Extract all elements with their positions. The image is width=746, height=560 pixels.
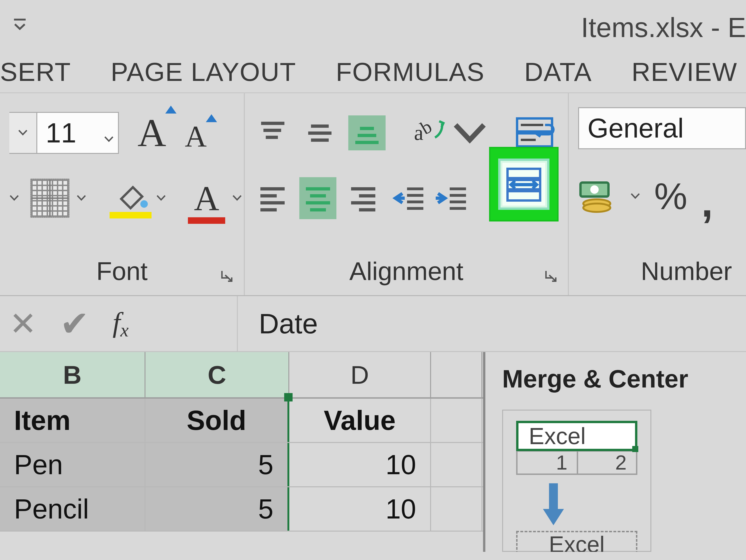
cell-b3[interactable]: Pencil — [0, 487, 145, 531]
tooltip-title: Merge & Center — [502, 364, 746, 393]
chevron-down-icon — [156, 194, 166, 202]
chevron-down-icon — [104, 117, 114, 149]
svg-rect-42 — [508, 169, 540, 178]
alignment-group: a b — [245, 93, 569, 295]
chevron-down-icon — [9, 194, 19, 202]
fx-f: f — [113, 307, 120, 338]
tooltip-illustration: Excel 1 2 Excel — [502, 410, 651, 552]
cell-c3[interactable]: 5 — [145, 487, 289, 531]
customize-qat-dropdown[interactable] — [12, 16, 28, 31]
font-group: 11 A A — [0, 93, 245, 295]
chevron-down-icon — [77, 194, 86, 202]
insert-function-button[interactable]: fx — [113, 306, 129, 341]
column-headers: B C D — [0, 352, 483, 399]
svg-point-1 — [140, 200, 148, 208]
ribbon-tabs: SERT PAGE LAYOUT FORMULAS DATA REVIEW V — [0, 51, 746, 93]
group-label-font: Font — [96, 256, 148, 286]
font-name-dropdown[interactable] — [9, 112, 37, 154]
increase-font-size-button[interactable]: A — [138, 110, 166, 156]
window-title: Items.xlsx - E — [581, 12, 746, 44]
increase-indent-button[interactable] — [433, 177, 469, 219]
cell-b2[interactable]: Pen — [0, 443, 145, 486]
chevron-down-icon — [232, 194, 242, 202]
lower-area: B C D Item Sold Value Pen 5 10 Pencil 5 … — [0, 352, 746, 552]
cell-e2[interactable] — [431, 443, 482, 486]
tab-data[interactable]: DATA — [524, 57, 592, 87]
align-top-button[interactable] — [254, 115, 291, 150]
triangle-icon — [206, 114, 217, 122]
tab-insert[interactable]: SERT — [0, 57, 71, 87]
fill-color-button[interactable] — [114, 183, 166, 214]
formula-bar: ✕ ✔ fx Date — [0, 296, 746, 352]
wrap-text-button[interactable] — [515, 116, 555, 150]
chevron-down-icon — [630, 192, 640, 200]
alignment-dialog-launcher[interactable] — [545, 270, 557, 283]
accept-entry-button[interactable]: ✔ — [60, 303, 89, 344]
cell-b1[interactable]: Item — [0, 399, 145, 442]
number-format-value: General — [587, 113, 684, 144]
number-format-dropdown[interactable]: General — [578, 107, 746, 149]
cell-c1[interactable]: Sold — [145, 399, 289, 442]
align-bottom-button[interactable] — [348, 115, 385, 150]
ribbon: 11 A A — [0, 93, 746, 296]
cell-d1[interactable]: Value — [289, 399, 431, 442]
cell-d2[interactable]: 10 — [289, 443, 431, 486]
spreadsheet[interactable]: B C D Item Sold Value Pen 5 10 Pencil 5 … — [0, 352, 485, 552]
titlebar: Items.xlsx - E — [0, 0, 746, 51]
group-label-alignment: Alignment — [349, 256, 463, 286]
triangle-icon — [165, 106, 176, 114]
cell-e3[interactable] — [431, 487, 482, 531]
col-header-b[interactable]: B — [0, 352, 145, 397]
arrow-down-icon — [538, 481, 569, 529]
comma-style-button[interactable]: , — [701, 192, 713, 213]
chevron-down-icon — [18, 129, 28, 137]
chevron-down-icon — [452, 116, 487, 150]
merge-center-icon — [498, 159, 549, 210]
number-group: General % , Number — [569, 93, 746, 295]
tooltip-cell-1: 1 — [516, 450, 577, 475]
font-extras-dropdown[interactable] — [9, 177, 19, 219]
merge-center-button-highlighted[interactable] — [489, 147, 558, 222]
cancel-entry-button[interactable]: ✕ — [9, 305, 37, 343]
table-row: Pen 5 10 — [0, 443, 483, 487]
borders-button[interactable] — [30, 178, 86, 218]
accounting-format-button[interactable] — [578, 178, 616, 214]
tab-page-layout[interactable]: PAGE LAYOUT — [111, 57, 296, 87]
percent-style-button[interactable]: % — [654, 175, 687, 218]
align-right-button[interactable] — [345, 177, 382, 219]
tooltip-cell-2: 2 — [577, 450, 637, 475]
svg-point-50 — [583, 203, 610, 212]
tooltip-result-cell: Excel — [516, 531, 637, 552]
font-color-icon: A — [194, 178, 219, 218]
cell-c2[interactable]: 5 — [145, 443, 289, 486]
tab-review[interactable]: REVIEW — [632, 57, 737, 87]
decrease-font-size-button[interactable]: A — [185, 119, 207, 154]
font-size-dropdown[interactable]: 11 — [37, 112, 119, 154]
table-row: Item Sold Value — [0, 399, 483, 443]
orientation-button[interactable]: a b — [412, 116, 487, 150]
svg-point-48 — [590, 185, 599, 194]
group-label-number: Number — [641, 256, 732, 286]
align-center-button[interactable] — [299, 177, 336, 219]
font-size-value: 11 — [46, 117, 76, 149]
tab-formulas[interactable]: FORMULAS — [336, 57, 485, 87]
align-middle-button[interactable] — [301, 115, 339, 150]
cell-d3[interactable]: 10 — [289, 487, 431, 531]
tooltip-merged-cell: Excel — [516, 421, 637, 451]
align-left-button[interactable] — [254, 177, 291, 219]
table-row: Pencil 5 10 — [0, 487, 483, 532]
col-header-d[interactable]: D — [289, 352, 431, 397]
col-header-e[interactable] — [431, 352, 482, 397]
svg-rect-44 — [508, 191, 540, 200]
formula-value: Date — [259, 308, 318, 340]
fx-x: x — [120, 320, 129, 340]
paint-bucket-icon — [114, 183, 147, 214]
svg-rect-51 — [549, 483, 558, 509]
font-color-button[interactable]: A — [194, 178, 242, 218]
col-header-c[interactable]: C — [145, 352, 289, 397]
decrease-indent-button[interactable] — [390, 177, 427, 219]
borders-icon — [30, 178, 69, 218]
formula-input[interactable]: Date — [238, 296, 746, 351]
cell-e1[interactable] — [431, 399, 482, 442]
font-dialog-launcher[interactable] — [221, 270, 234, 283]
